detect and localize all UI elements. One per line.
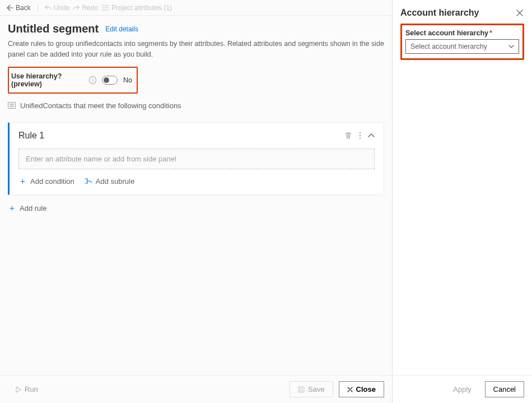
undo-icon (45, 4, 52, 11)
use-hierarchy-value: No (123, 76, 132, 84)
redo-button[interactable]: Redo (73, 4, 98, 12)
redo-icon (73, 4, 80, 11)
cancel-label: Cancel (493, 385, 516, 393)
add-condition-button[interactable]: ＋ Add condition (18, 177, 74, 186)
use-hierarchy-highlight: Use hierarchy? (preview) i No (8, 67, 138, 94)
back-button[interactable]: Back (7, 4, 31, 12)
rule-links: ＋ Add condition Add subrule (18, 177, 375, 186)
use-hierarchy-toggle[interactable] (102, 76, 118, 85)
panel-footer: Apply Cancel (393, 375, 532, 403)
add-subrule-button[interactable]: Add subrule (85, 177, 134, 186)
svg-point-1 (360, 135, 361, 136)
back-label: Back (16, 4, 31, 12)
add-condition-label: Add condition (30, 177, 74, 186)
page-description: Create rules to group unifiedcontacts in… (8, 39, 384, 60)
apply-button[interactable]: Apply (445, 381, 479, 397)
save-icon (298, 386, 305, 393)
svg-point-2 (360, 137, 361, 138)
conditions-intro: UnifiedContacts that meet the following … (8, 101, 384, 110)
select-hierarchy-value: Select account hierarchy (410, 43, 487, 50)
rule-more-button[interactable] (359, 132, 361, 140)
use-hierarchy-label: Use hierarchy? (preview) (11, 72, 83, 88)
undo-button[interactable]: Undo (45, 4, 70, 12)
toolbar: Back Undo Redo Project attributes (1) (0, 0, 392, 16)
rule-header: Rule 1 (18, 131, 375, 141)
chevron-down-icon (508, 45, 514, 48)
save-label: Save (308, 385, 325, 393)
required-asterisk: * (489, 29, 492, 37)
apply-label: Apply (453, 385, 472, 393)
toggle-knob (104, 77, 109, 83)
project-attributes-label: Project attributes (1) (111, 4, 172, 12)
trash-icon (344, 132, 352, 140)
project-attributes-button[interactable]: Project attributes (1) (101, 4, 172, 12)
conditions-intro-text: UnifiedContacts that meet the following … (20, 101, 181, 110)
close-icon (347, 387, 353, 392)
play-icon (16, 386, 21, 393)
run-label: Run (25, 385, 38, 393)
select-hierarchy-dropdown[interactable]: Select account hierarchy (405, 39, 519, 54)
side-panel: Account hierarchy Select account hierarc… (392, 0, 532, 403)
panel-title: Account hierarchy (400, 8, 479, 18)
svg-point-0 (360, 132, 361, 133)
edit-details-link[interactable]: Edit details (105, 25, 138, 33)
list-icon (101, 4, 109, 11)
add-rule-label: Add rule (20, 204, 46, 212)
select-hierarchy-label: Select account hierarchy * (405, 29, 492, 37)
branch-icon (85, 178, 92, 184)
add-subrule-label: Add subrule (96, 177, 134, 186)
content-area: Untitled segment Edit details Create rul… (0, 16, 392, 375)
main-footer: Run Save Close (0, 375, 392, 403)
select-hierarchy-label-text: Select account hierarchy (405, 29, 488, 37)
rule-card: Rule 1 ＋ Add condition (8, 122, 384, 195)
page-title: Untitled segment (8, 22, 99, 35)
attribute-input[interactable] (18, 149, 375, 169)
info-icon[interactable]: i (89, 76, 96, 84)
toolbar-separator (38, 3, 38, 12)
add-rule-button[interactable]: ＋ Add rule (8, 204, 384, 212)
panel-close-button[interactable] (515, 8, 524, 17)
rule-title: Rule 1 (18, 131, 44, 141)
close-icon (516, 10, 523, 16)
save-button[interactable]: Save (290, 381, 333, 397)
panel-body: Select account hierarchy * Select accoun… (393, 24, 532, 375)
more-vertical-icon (359, 132, 361, 140)
close-label: Close (356, 385, 376, 393)
undo-label: Undo (54, 4, 70, 12)
table-icon (8, 102, 16, 109)
close-button[interactable]: Close (339, 381, 384, 397)
panel-header: Account hierarchy (393, 0, 532, 24)
footer-right: Save Close (290, 381, 384, 397)
run-button[interactable]: Run (8, 382, 46, 397)
heading-row: Untitled segment Edit details (8, 22, 384, 35)
chevron-up-icon (368, 133, 375, 138)
arrow-left-icon (7, 4, 13, 11)
rule-actions (344, 132, 375, 140)
delete-rule-button[interactable] (344, 132, 352, 140)
collapse-rule-button[interactable] (368, 133, 375, 138)
main-area: Back Undo Redo Project attributes (1) Un… (0, 0, 392, 403)
select-hierarchy-highlight: Select account hierarchy * Select accoun… (400, 24, 524, 60)
redo-label: Redo (82, 4, 98, 12)
cancel-button[interactable]: Cancel (485, 381, 524, 397)
